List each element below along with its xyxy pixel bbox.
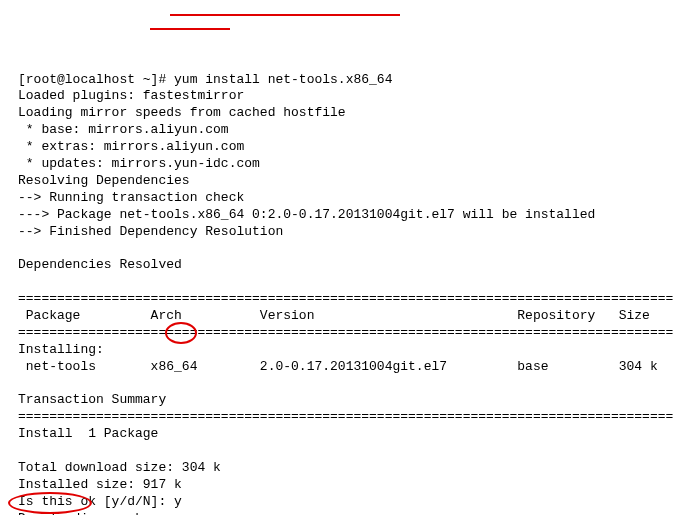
line: Dependencies Resolved [18,257,182,272]
line: ---> Package net-tools.x86_64 0:2.0-0.17… [18,207,595,222]
line: Loaded plugins: fastestmirror [18,88,244,103]
line: Installing: [18,342,104,357]
line: Installed size: 917 k [18,477,182,492]
line: Total download size: 304 k [18,460,221,475]
line: * updates: mirrors.yun-idc.com [18,156,260,171]
annotation-underline-command [170,14,400,16]
user-input-y[interactable]: y [174,494,182,509]
separator: ========================================… [18,409,673,424]
line: Install 1 Package [18,426,158,441]
prompt-question: Is this ok [y/d/N]: [18,494,174,509]
line: Downloading packages: [18,511,182,515]
line: Transaction Summary [18,392,166,407]
separator: ========================================… [18,291,673,306]
line: Loading mirror speeds from cached hostfi… [18,105,346,120]
line: * base: mirrors.aliyun.com [18,122,229,137]
table-header: Package Arch Version Repository Size [18,308,650,323]
table-row: net-tools x86_64 2.0-0.17.20131004git.el… [18,359,658,374]
line: --> Running transaction check [18,190,244,205]
shell-command: yum install net-tools.x86_64 [174,72,392,87]
annotation-underline-plugin [150,28,230,30]
line: Resolving Dependencies [18,173,190,188]
separator: ========================================… [18,325,673,340]
line: --> Finished Dependency Resolution [18,224,283,239]
terminal-output: [root@localhost ~]# yum install net-tool… [18,72,655,515]
line: * extras: mirrors.aliyun.com [18,139,244,154]
shell-prompt: [root@localhost ~]# [18,72,174,87]
